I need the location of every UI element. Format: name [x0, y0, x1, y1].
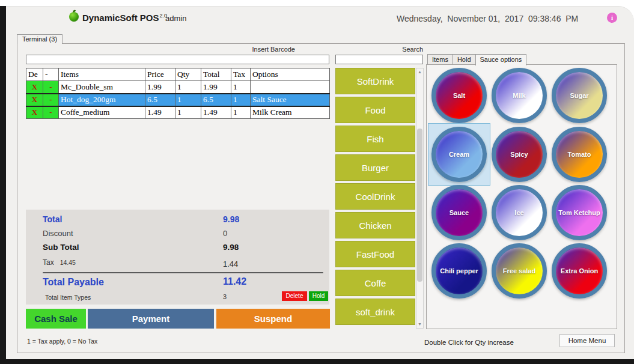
app-title-text: DynamicSoft POS	[82, 13, 159, 23]
table-row[interactable]: X-Coffe_medium1.4911.491Milk Cream	[26, 106, 330, 119]
sauce-button-tomato[interactable]: Tomato	[552, 127, 607, 182]
search-label: Search	[335, 46, 423, 53]
sauce-button-tom-ketchup[interactable]: Tom Ketchup	[552, 185, 607, 240]
barcode-input[interactable]	[26, 55, 329, 64]
app-logo-icon	[69, 12, 79, 22]
payment-button[interactable]: Payment	[88, 309, 214, 329]
datetime-display: Wednesday, November 01, 2017 09:38:46 PM	[397, 14, 578, 23]
sauce-button-sauce[interactable]: Sauce	[431, 185, 487, 240]
info-icon[interactable]: i	[607, 13, 617, 23]
sauce-label: Milk	[513, 92, 525, 99]
sauce-label: Cream	[449, 151, 469, 158]
column-header: Qty	[175, 68, 201, 81]
delete-button[interactable]: Delete	[282, 291, 307, 301]
terminal-panel: Insert Barcode De-ItemsPriceQtyTotalTaxO…	[17, 43, 625, 353]
totals-panel: Total 9.98 Discount 0 Sub Total 9.98 Tax…	[26, 210, 329, 305]
sauce-button-spicy[interactable]: Spicy	[492, 127, 547, 182]
scroll-up-icon[interactable]: ▲	[416, 68, 423, 76]
qty-cell: 1	[175, 94, 201, 106]
table-row[interactable]: X-Mc_Double_sm1.9911.991	[26, 81, 330, 94]
column-header: Total	[201, 68, 231, 81]
sauce-button-free-salad[interactable]: Free salad	[492, 243, 547, 299]
app-title: DynamicSoft POS2.0	[82, 13, 167, 23]
order-table: De-ItemsPriceQtyTotalTaxOptions X-Mc_Dou…	[26, 68, 330, 119]
column-header: -	[43, 68, 59, 81]
totals-divider	[43, 272, 323, 273]
sauce-button-salt[interactable]: Salt	[431, 68, 487, 123]
pos-screen: DynamicSoft POS2.0 admin Wednesday, Nove…	[0, 0, 634, 364]
category-button-soft_drink[interactable]: soft_drink	[335, 299, 415, 325]
total-cell: 1.99	[201, 81, 231, 94]
home-menu-button[interactable]: Home Menu	[559, 334, 615, 347]
item-name-cell: Hot_dog_200gm	[59, 94, 145, 106]
sauce-button-ice[interactable]: Ice	[492, 185, 547, 240]
tax-flag-cell: 1	[231, 106, 251, 119]
sauce-button-extra-onion[interactable]: Extra Onion	[552, 243, 607, 299]
cash-sale-button[interactable]: Cash Sale	[26, 309, 86, 329]
sauce-label: Extra Onion	[561, 267, 598, 275]
options-cell	[251, 81, 330, 94]
delete-item-button[interactable]: X	[26, 94, 43, 106]
category-button-cooldrink[interactable]: CoolDrink	[335, 183, 415, 210]
price-cell: 1.49	[145, 106, 175, 119]
total-label: Total	[43, 214, 62, 224]
sauce-label: Sauce	[450, 209, 469, 216]
category-button-fish[interactable]: Fish	[335, 126, 415, 152]
column-header: De	[26, 68, 43, 81]
tab-items[interactable]: Items	[427, 54, 453, 65]
tax-label: Tax14.45	[43, 258, 76, 267]
decrease-qty-button[interactable]: -	[43, 81, 59, 94]
barcode-label: Insert Barcode	[17, 46, 295, 53]
options-cell: Milk Cream	[251, 106, 330, 119]
tax-flag-cell: 1	[231, 81, 251, 94]
subtotal-label: Sub Total	[43, 243, 79, 252]
sauce-label: Sugar	[570, 92, 588, 99]
price-cell: 1.99	[145, 81, 175, 94]
tax-rate: 14.45	[60, 259, 76, 266]
hold-button[interactable]: Hold	[309, 291, 328, 301]
total-value: 9.98	[223, 214, 239, 224]
total-payable-label: Total Payable	[43, 277, 104, 288]
sauce-button-cream[interactable]: Cream	[431, 127, 487, 182]
category-button-softdrink[interactable]: SoftDrink	[335, 68, 415, 94]
category-button-burger[interactable]: Burger	[335, 154, 415, 181]
decrease-qty-button[interactable]: -	[43, 106, 59, 119]
tax-flag-cell: 1	[231, 94, 251, 106]
subtotal-value: 9.98	[223, 243, 239, 252]
scroll-down-icon[interactable]: ▼	[416, 321, 423, 328]
sauce-label: Tomato	[568, 151, 591, 158]
category-button-chicken[interactable]: Chicken	[335, 212, 415, 238]
tab-hold[interactable]: Hold	[453, 54, 475, 65]
sauce-label: Tom Ketchup	[558, 209, 600, 216]
category-button-coffe[interactable]: Coffe	[335, 270, 415, 296]
tab-terminal[interactable]: Terminal (3)	[17, 34, 62, 44]
total-cell: 6.5	[201, 94, 231, 106]
order-table-body: X-Mc_Double_sm1.9911.991X-Hot_dog_200gm6…	[26, 81, 330, 119]
table-row[interactable]: X-Hot_dog_200gm6.516.51Salt Sauce	[26, 94, 330, 106]
category-button-food[interactable]: Food	[335, 97, 415, 123]
logged-in-user: admin	[165, 14, 186, 23]
qty-increase-hint: Double Click for Qty increase	[424, 339, 514, 346]
decrease-qty-button[interactable]: -	[43, 94, 59, 106]
suspend-button[interactable]: Suspend	[216, 309, 330, 329]
sauce-label: Free salad	[503, 267, 535, 275]
window-left-frame	[0, 6, 6, 359]
tab-sauce-options[interactable]: Sauce options	[475, 54, 527, 65]
sauce-options-panel: SaltMilkSugarCreamSpicyTomatoSauceIceTom…	[426, 64, 617, 329]
search-input[interactable]	[335, 55, 423, 64]
qty-cell: 1	[175, 106, 201, 119]
item-types-label: Total Item Types	[45, 294, 91, 301]
price-cell: 6.5	[145, 94, 175, 106]
delete-item-button[interactable]: X	[26, 106, 43, 119]
sauce-button-chili-pepper[interactable]: Chili pepper	[431, 243, 487, 299]
category-scrollbar[interactable]: ▲ ▼	[416, 68, 424, 329]
sauce-button-sugar[interactable]: Sugar	[552, 68, 607, 123]
scrollbar-thumb[interactable]	[417, 129, 422, 282]
discount-label: Discount	[43, 229, 73, 238]
delete-item-button[interactable]: X	[26, 81, 43, 94]
sauce-button-milk[interactable]: Milk	[492, 68, 547, 123]
sauce-label: Spicy	[510, 151, 528, 158]
app-window: DynamicSoft POS2.0 admin Wednesday, Nove…	[6, 6, 634, 359]
column-header: Options	[251, 68, 330, 81]
category-button-fastfood[interactable]: FastFood	[335, 241, 415, 267]
